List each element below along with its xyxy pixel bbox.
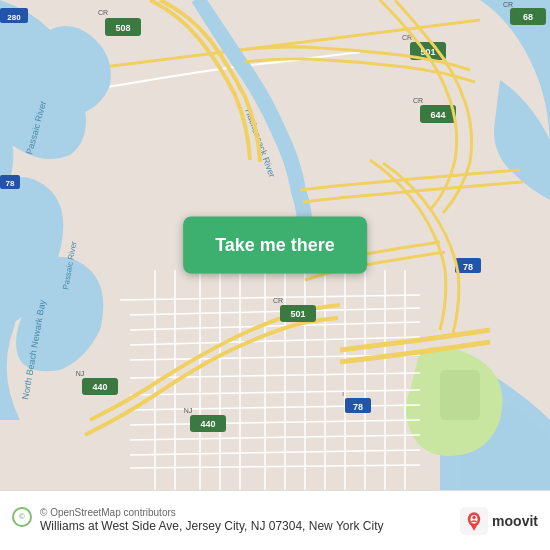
svg-text:440: 440: [200, 419, 215, 429]
svg-text:78: 78: [6, 179, 15, 188]
footer-left: © © OpenStreetMap contributors Williams …: [12, 507, 460, 535]
osm-credit-text: © OpenStreetMap contributors: [40, 507, 383, 518]
svg-text:CR: CR: [98, 9, 108, 16]
svg-text:508: 508: [115, 23, 130, 33]
svg-text:CR: CR: [503, 1, 513, 8]
footer: © © OpenStreetMap contributors Williams …: [0, 490, 550, 550]
address-line1: Williams at West Side Ave, Jersey City, …: [40, 519, 305, 533]
map-container: 508 CR 501 CR 644 CR 78 I 78 I 440 NJ 44…: [0, 0, 550, 490]
moovit-logo-icon: [460, 507, 488, 535]
svg-text:78: 78: [463, 262, 473, 272]
svg-text:280: 280: [7, 13, 21, 22]
address-text: Williams at West Side Ave, Jersey City, …: [40, 518, 383, 535]
svg-text:68: 68: [523, 12, 533, 22]
svg-point-67: [472, 515, 476, 519]
svg-text:NJ: NJ: [184, 407, 193, 414]
svg-text:NJ: NJ: [76, 370, 85, 377]
take-me-there-button[interactable]: Take me there: [183, 217, 367, 274]
svg-text:78: 78: [353, 402, 363, 412]
osm-credit: ©: [12, 507, 32, 527]
osm-logo-icon: ©: [12, 507, 32, 527]
moovit-logo: moovit: [460, 507, 538, 535]
svg-text:440: 440: [92, 382, 107, 392]
svg-text:CR: CR: [413, 97, 423, 104]
svg-text:501: 501: [290, 309, 305, 319]
svg-text:644: 644: [430, 110, 445, 120]
svg-rect-1: [440, 370, 480, 420]
address-line2: New York City: [309, 519, 384, 533]
svg-text:CR: CR: [273, 297, 283, 304]
moovit-brand-name: moovit: [492, 513, 538, 529]
